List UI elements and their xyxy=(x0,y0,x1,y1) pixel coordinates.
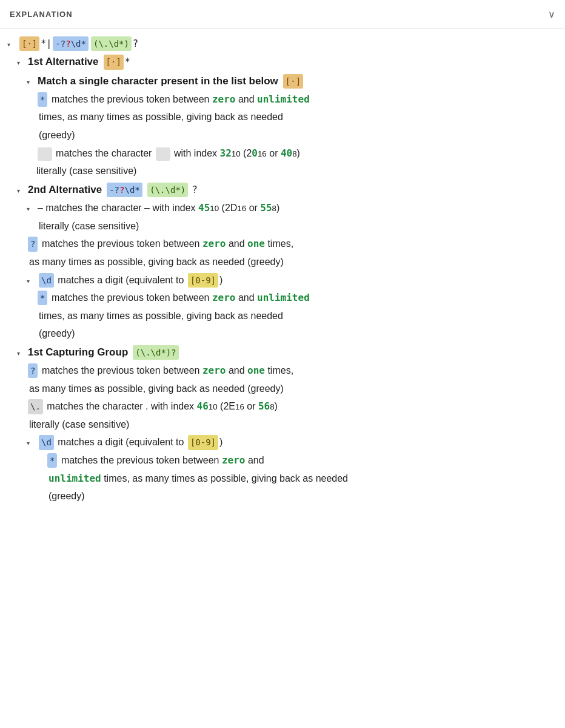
star2-greedy: (greedy) xyxy=(39,326,75,342)
explanation-panel: EXPLANATION ∨ ▾ [·] *| -??\d* (\.\d*) ? … xyxy=(0,0,565,517)
star-text1: matches the previous token between xyxy=(48,92,212,107)
d2-text1: matches a digit (equivalent to xyxy=(55,434,187,450)
qmark2-and: and xyxy=(226,363,247,379)
dash-or2: or xyxy=(246,200,260,216)
space-match-block: matches the character with index 3210 (2… xyxy=(36,144,558,180)
space-n0: 0 xyxy=(252,146,258,161)
dot-n56: 56 xyxy=(258,399,270,414)
star3-row2: unlimited times, as many times as possib… xyxy=(48,470,558,488)
dot-badge: \. xyxy=(28,399,43,414)
qmark2-badge: ? xyxy=(28,363,38,378)
star2-row3: (greedy) xyxy=(39,325,558,343)
star2-zero: zero xyxy=(212,290,236,306)
dash-paren2: ) xyxy=(276,200,279,216)
dash-row2: literally (case sensitive) xyxy=(39,217,558,235)
star-quantifier-block: * matches the previous token between zer… xyxy=(36,90,558,144)
alt1-badge: [·] xyxy=(104,55,124,69)
alt2-badge2: (\.\d*) xyxy=(147,183,188,197)
root-toggle[interactable]: ▾ xyxy=(7,40,17,50)
qmark-one1: one xyxy=(247,236,265,252)
cap-toggle[interactable]: ▾ xyxy=(17,349,27,359)
star2-text2: times, as many times as possible, giving… xyxy=(39,308,283,324)
space-badge1 xyxy=(38,147,52,161)
dash-sub8: 8 xyxy=(272,202,276,215)
chevron-down-icon[interactable]: ∨ xyxy=(548,8,555,20)
d-paren: ) xyxy=(219,272,222,288)
qmark-times1: times, xyxy=(265,236,293,252)
dot-sub16: 16 xyxy=(235,400,244,413)
space-paren2: ) xyxy=(297,146,300,161)
space-row2: literally (case sensitive) xyxy=(36,162,558,180)
dash-block: ▾ – matches the character – with index 4… xyxy=(27,199,558,235)
qmark2-text2: as many times as possible, giving back a… xyxy=(29,381,284,397)
star-greedy: (greedy) xyxy=(39,127,75,143)
space-n40: 40 xyxy=(281,146,292,161)
alt2-qmark: ? xyxy=(192,184,198,195)
qmark-text2: as many times as possible, giving back a… xyxy=(29,254,284,270)
root-pipe: *| xyxy=(41,36,52,51)
star3-row3: (greedy) xyxy=(48,487,558,505)
star-badge: * xyxy=(38,92,47,107)
match-single-toggle[interactable]: ▾ xyxy=(27,78,36,87)
qmark2-row1: ? matches the previous token between zer… xyxy=(27,362,558,380)
match-single-badge: [·] xyxy=(283,74,303,89)
d-match-row: ▾ \d matches a digit (equivalent to [0-9… xyxy=(27,271,558,289)
star2-row2: times, as many times as possible, giving… xyxy=(39,307,558,325)
star3-unlimited: unlimited xyxy=(48,471,101,487)
d-toggle[interactable]: ▾ xyxy=(27,277,36,286)
qmark2-zero: zero xyxy=(202,363,226,379)
dot-sub10: 10 xyxy=(209,400,218,413)
d2-badge: \d xyxy=(39,435,54,450)
star-row3: (greedy) xyxy=(39,126,558,144)
alt2-row: ▾ 2nd Alternative -??\d* (\.\d*) ? xyxy=(17,180,558,199)
space-sub16: 16 xyxy=(258,147,267,160)
qmark2-row2: as many times as possible, giving back a… xyxy=(29,380,558,398)
space-text1: matches the character xyxy=(53,146,155,161)
root-pattern-row: ▾ [·] *| -??\d* (\.\d*) ? xyxy=(7,35,558,52)
star-zero: zero xyxy=(212,92,236,107)
dash-toggle[interactable]: ▾ xyxy=(27,204,36,214)
root-badge2: -??\d* xyxy=(53,36,89,51)
dot-text1: matches the character . with index xyxy=(44,399,197,414)
dot-row1: \. matches the character . with index 46… xyxy=(27,397,558,416)
qmark-block2: ? matches the previous token between zer… xyxy=(27,362,558,397)
space-n32: 32 xyxy=(220,146,232,161)
star2-row1: * matches the previous token between zer… xyxy=(36,289,558,307)
dash-sub16: 16 xyxy=(237,202,246,215)
space-text2: with index xyxy=(172,146,220,161)
dot-paren1: (2E xyxy=(218,399,235,414)
cap-group-row: ▾ 1st Capturing Group (\.\d*)? xyxy=(17,343,558,362)
dash-sub10: 10 xyxy=(210,202,219,215)
dash-text1: – matches the character – with index xyxy=(38,200,198,216)
alt2-badges: -??\d* (\.\d*) ? xyxy=(105,182,198,198)
dot-literal: literally (case sensitive) xyxy=(29,417,129,433)
qmark-text1: matches the previous token between xyxy=(39,236,202,252)
star-row1: * matches the previous token between zer… xyxy=(36,90,558,109)
star3-greedy: (greedy) xyxy=(48,488,85,504)
d-badge2: [0-9] xyxy=(188,273,218,288)
d2-badge2: [0-9] xyxy=(188,435,218,450)
qmark-row2: as many times as possible, giving back a… xyxy=(29,253,558,271)
match-single-label: Match a single character present in the … xyxy=(38,73,278,89)
alt1-toggle[interactable]: ▾ xyxy=(17,58,27,68)
dot-block: \. matches the character . with index 46… xyxy=(27,397,558,433)
star3-text1: matches the previous token between xyxy=(58,453,222,468)
star2-text1: matches the previous token between xyxy=(48,290,212,306)
star3-text2: times, as many times as possible, giving… xyxy=(101,471,348,487)
qmark-zero1: zero xyxy=(202,236,226,252)
dash-row1: ▾ – matches the character – with index 4… xyxy=(27,199,558,217)
alt2-badge1: -??\d* xyxy=(107,183,142,197)
panel-title: EXPLANATION xyxy=(10,10,73,19)
dash-literal: literally (case sensitive) xyxy=(39,218,139,234)
star2-unlimited: unlimited xyxy=(257,290,310,306)
d2-toggle[interactable]: ▾ xyxy=(27,439,36,448)
alt2-label: 2nd Alternative xyxy=(28,181,102,198)
star-block2: * matches the previous token between zer… xyxy=(36,289,558,343)
dot-paren2: ) xyxy=(275,399,278,414)
alt2-toggle[interactable]: ▾ xyxy=(17,186,27,196)
alt1-row: ▾ 1st Alternative [·]* xyxy=(17,52,558,71)
star3-badge: * xyxy=(47,453,57,468)
space-literal: literally (case sensitive) xyxy=(36,163,136,179)
star3-and: and xyxy=(245,453,264,468)
panel-header: EXPLANATION ∨ xyxy=(0,0,565,29)
